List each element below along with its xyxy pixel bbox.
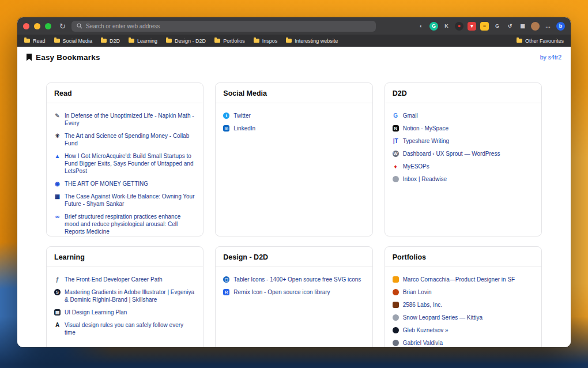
bookmark-list: ✎In Defense of the Unoptimized Life - Na… [47,103,203,236]
google-icon[interactable]: G [493,22,502,31]
bookmarks-folder-learning[interactable]: Learning [129,38,157,44]
page-header: Easy Bookmarks by s4tr2 [17,47,571,67]
money-getting-icon: ◉ [54,181,61,187]
bookmark-list: ƒThe Front-End Developer Career PathSMas… [47,267,203,347]
bookmark-link[interactable]: inLinkedIn [223,125,364,132]
card-title: Learning [47,247,203,267]
learning-plan-icon: ▤ [54,309,61,316]
bookmark-label: Visual design rules you can safely follo… [65,321,195,336]
bookmarks-folder-list: ReadSocial MediaD2DLearningDesign - D2DP… [24,38,338,44]
pocket-icon[interactable]: ▾ [468,22,476,31]
bookmark-link[interactable]: ∞Brief structured respiration practices … [54,213,195,235]
bookmark-link[interactable]: ▲How I Got MicroAcquire'd: Build Small S… [54,152,195,175]
bookmarks-folder-label: Inspos [262,38,278,44]
bookmarks-folder-label: Other Favourites [525,38,564,44]
address-bar[interactable]: Search or enter web address [71,21,376,32]
tabler-icon: ◻ [223,276,229,283]
extensions-grid-icon[interactable]: ▦ [518,22,527,31]
bookmark-link[interactable]: ƒThe Front-End Developer Career Path [54,276,195,283]
bookmark-link[interactable]: ♦MyESOPs [393,163,534,170]
bookmark-link[interactable]: ▤UI Design Learning Plan [54,309,195,316]
bookmark-link[interactable]: ◻Tabler Icons - 1400+ Open source free S… [223,276,364,283]
notes-icon[interactable]: ≡ [480,22,489,31]
myesops-icon: ♦ [393,163,399,170]
bookmark-link[interactable]: Gabriel Valdivia [393,339,534,347]
bookmark-link[interactable]: AVisual design rules you can safely foll… [54,321,195,336]
work-life-icon: ▦ [54,193,61,200]
bookmarks-folder-read[interactable]: Read [24,38,46,44]
career-path-icon: ƒ [54,276,61,283]
bookmark-card-learning: LearningƒThe Front-End Developer Career … [46,246,203,347]
profile-avatar[interactable] [531,22,540,31]
bookmark-link[interactable]: Brian Lovin [393,288,534,296]
bookmark-link[interactable]: 2586 Labs, Inc. [393,301,534,309]
bookmark-label: 2586 Labs, Inc. [403,301,442,309]
bookmarks-folder-label: Learning [137,38,157,44]
folder-icon [517,39,522,43]
history-icon[interactable]: ↺ [506,22,514,31]
bookmark-link[interactable]: SMastering Gradients in Adobe Illustrato… [54,288,195,303]
fullscreen-button[interactable] [45,23,51,29]
bookmark-link[interactable]: GGmail [393,112,534,119]
bookmark-label: Snow Leopard Series — Kittiya [403,314,483,321]
bookmark-link[interactable]: ▦The Case Against Work-Life Balance: Own… [54,193,195,208]
easy-bookmarks-page: Easy Bookmarks by s4tr2 Read✎In Defense … [17,47,571,347]
minimize-button[interactable] [34,23,40,29]
bookmark-cards-grid: Read✎In Defense of the Unoptimized Life … [17,67,571,347]
folder-icon [286,39,292,43]
bookmark-link[interactable]: ✎In Defense of the Unoptimized Life - Na… [54,112,195,127]
close-button[interactable] [23,23,29,29]
bookmark-link[interactable]: Marco Cornacchia—Product Designer in SF [393,276,534,283]
bookmark-list: Marco Cornacchia—Product Designer in SFB… [385,267,541,347]
grammarly-icon[interactable]: G [429,22,438,31]
bookmark-label: Notion - MySpace [403,125,448,132]
bookmark-link[interactable]: Inbox | Readwise [393,175,534,183]
typeshare-icon: |T [393,138,399,144]
reload-icon[interactable]: ↻ [59,22,66,30]
page-title: Easy Bookmarks [36,53,100,62]
brian-lovin-avatar [393,289,399,295]
labs-favicon [393,302,399,308]
card-title: Portfolios [385,247,541,267]
bookmark-link[interactable]: ◉THE ART OF MONEY GETTING [54,180,195,187]
bookmark-link[interactable]: tTwitter [223,112,364,119]
shield-icon[interactable]: ◐ [417,22,425,31]
bookmarks-folder-label: Read [33,38,46,44]
recorder-icon[interactable]: ● [455,22,463,31]
bookmark-label: Remix Icon - Open source icon library [233,288,330,296]
bookmark-label: How I Got MicroAcquire'd: Build Small St… [65,152,195,175]
overflow-menu-icon[interactable]: … [544,22,552,31]
card-title: Social Media [216,83,372,103]
bookmarks-folder-label: Portfolios [223,38,245,44]
bookmarks-folder-other-favourites[interactable]: Other Favourites [517,38,564,44]
toolbar-extension-icons: ◐GK●▾≡G↺▦…b [417,22,565,31]
browser-window: ↻ Search or enter web address ◐GK●▾≡G↺▦…… [17,17,571,347]
bookmarks-folder-portfolios[interactable]: Portfolios [214,38,245,44]
bookmark-link[interactable]: WDashboard ‹ UX Sprout — WordPress [393,150,534,157]
bookmarks-folder-d2d[interactable]: D2D [101,38,120,44]
brand-b-icon[interactable]: b [556,22,565,31]
bookmarks-folder-design-d2d[interactable]: Design - D2D [166,38,206,44]
bookmark-link[interactable]: Gleb Kuznetsov » [393,326,534,334]
pen-icon: ✎ [54,112,61,119]
search-icon [77,23,82,29]
bookmarks-folder-inspos[interactable]: Inspos [254,38,278,44]
folder-icon [24,39,30,43]
cell-reports-icon: ∞ [54,213,61,220]
bookmark-label: Twitter [233,112,250,119]
bookmarks-folder-social-media[interactable]: Social Media [54,38,93,44]
bookmark-link[interactable]: |TTypeshare Writing [393,137,534,145]
kagi-icon[interactable]: K [442,22,451,31]
bookmark-link[interactable]: Snow Leopard Series — Kittiya [393,314,534,321]
bookmark-label: LinkedIn [233,125,255,132]
bookmark-link[interactable]: NNotion - MySpace [393,125,534,132]
collab-fund-icon: ✳ [54,133,61,139]
bookmark-list: tTwitterinLinkedIn [216,103,372,143]
traffic-lights [23,23,51,29]
bookmark-label: Tabler Icons - 1400+ Open source free SV… [233,276,361,283]
bookmark-link[interactable]: ✳The Art and Science of Spending Money -… [54,132,195,147]
bookmark-link[interactable]: RRemix Icon - Open source icon library [223,288,364,296]
bookmark-label: THE ART OF MONEY GETTING [65,180,148,187]
bookmarks-folder-interesting-website[interactable]: Interesting website [286,38,338,44]
author-link[interactable]: by s4tr2 [540,54,561,61]
